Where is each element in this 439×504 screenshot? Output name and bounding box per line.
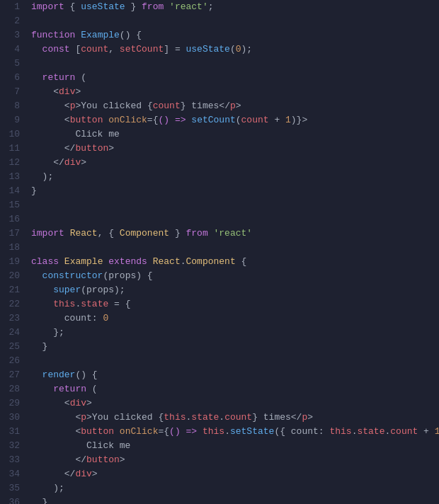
line-num-28: 28 [0,382,25,396]
line-num-26: 26 [0,354,25,368]
code-line-6: return ( [31,71,439,85]
line-num-19: 19 [0,255,25,269]
line-num-36: 36 [0,496,25,504]
code-line-11: </button> [31,142,439,156]
code-line-30: <p>You clicked {this.state.count} times<… [31,411,439,425]
line-num-35: 35 [0,481,25,496]
line-num-14: 14 [0,184,25,198]
line-num-31: 31 [0,425,25,439]
code-line-31: <button onClick={() => this.setState({ c… [31,425,439,439]
code-line-20: constructor(props) { [31,269,439,283]
code-line-33: </button> [31,453,439,467]
line-num-34: 34 [0,467,25,481]
line-num-12: 12 [0,156,25,170]
line-num-25: 25 [0,340,25,354]
line-num-6: 6 [0,71,25,85]
line-num-7: 7 [0,85,25,99]
code-line-26 [31,354,439,368]
line-num-5: 5 [0,57,25,71]
line-num-16: 16 [0,212,25,227]
code-line-8: <p>You clicked {count} times</p> [31,99,439,113]
code-line-29: <div> [31,396,439,411]
code-editor: 1 2 3 4 5 6 7 8 9 10 11 12 13 14 15 16 1… [0,0,439,504]
code-line-22: this.state = { [31,297,439,311]
code-content: import { useState } from 'react'; functi… [25,0,439,504]
code-line-14: } [31,184,439,198]
code-line-7: <div> [31,85,439,99]
line-num-18: 18 [0,241,25,255]
line-num-32: 32 [0,439,25,453]
code-line-35: ); [31,481,439,496]
line-num-8: 8 [0,99,25,113]
code-line-25: } [31,340,439,354]
line-num-29: 29 [0,396,25,411]
code-line-10: Click me [31,127,439,142]
code-line-15 [31,198,439,212]
code-line-13: ); [31,170,439,184]
line-num-1: 1 [0,0,25,14]
line-num-13: 13 [0,170,25,184]
code-line-32: Click me [31,439,439,453]
code-line-5 [31,57,439,71]
code-line-23: count: 0 [31,311,439,326]
code-line-3: function Example() { [31,28,439,42]
code-line-16 [31,212,439,227]
line-num-4: 4 [0,42,25,57]
line-num-9: 9 [0,113,25,127]
line-num-30: 30 [0,411,25,425]
code-line-18 [31,241,439,255]
line-num-10: 10 [0,127,25,142]
line-numbers: 1 2 3 4 5 6 7 8 9 10 11 12 13 14 15 16 1… [0,0,25,504]
code-line-24: }; [31,326,439,340]
line-num-3: 3 [0,28,25,42]
line-num-2: 2 [0,14,25,28]
code-line-2 [31,14,439,28]
code-line-34: </div> [31,467,439,481]
line-num-20: 20 [0,269,25,283]
code-line-36: } [31,496,439,504]
code-line-12: </div> [31,156,439,170]
line-num-17: 17 [0,227,25,241]
code-line-21: super(props); [31,283,439,297]
line-num-27: 27 [0,368,25,382]
code-line-27: render() { [31,368,439,382]
code-line-1: import { useState } from 'react'; [31,0,439,14]
code-line-9: <button onClick={() => setCount(count + … [31,113,439,127]
line-num-22: 22 [0,297,25,311]
code-line-19: class Example extends React.Component { [31,255,439,269]
code-line-4: const [count, setCount] = useState(0); [31,42,439,57]
line-num-23: 23 [0,311,25,326]
code-line-28: return ( [31,382,439,396]
line-num-21: 21 [0,283,25,297]
line-num-15: 15 [0,198,25,212]
code-line-17: import React, { Component } from 'react' [31,227,439,241]
line-num-11: 11 [0,142,25,156]
line-num-33: 33 [0,453,25,467]
line-num-24: 24 [0,326,25,340]
